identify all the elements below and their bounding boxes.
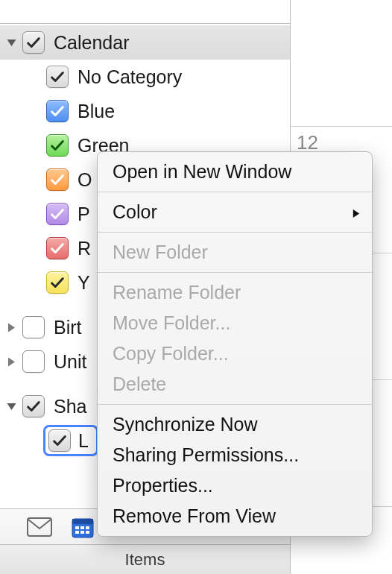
submenu-arrow-icon <box>351 201 361 223</box>
checkbox-no-category[interactable] <box>46 66 69 88</box>
ctx-move-folder: Move Folder... <box>98 308 372 338</box>
ctx-remove-from-view[interactable]: Remove From View <box>98 501 372 532</box>
svg-rect-3 <box>75 526 79 529</box>
status-text: Items <box>125 550 165 570</box>
tree-item-label: Blue <box>78 101 115 122</box>
tree-item-label: No Category <box>78 66 182 88</box>
ctx-copy-folder: Copy Folder... <box>98 338 372 369</box>
sidebar-top <box>0 0 290 24</box>
disclosure-right-icon[interactable] <box>4 355 18 368</box>
svg-rect-0 <box>28 518 51 536</box>
svg-rect-6 <box>75 531 79 534</box>
checkbox-green[interactable] <box>46 134 69 157</box>
tree-item-label: P <box>78 204 90 225</box>
mail-icon[interactable] <box>27 517 52 537</box>
svg-rect-8 <box>86 531 89 534</box>
ctx-color-label: Color <box>113 201 157 222</box>
checkbox-birthdays[interactable] <box>22 316 45 338</box>
svg-rect-2 <box>72 519 93 524</box>
checkbox-red[interactable] <box>46 237 69 259</box>
menu-separator <box>98 272 372 273</box>
tree-group-label: Unit <box>54 351 86 373</box>
ctx-delete: Delete <box>98 369 372 400</box>
status-bar: Items <box>0 544 290 574</box>
checkbox-purple[interactable] <box>46 203 69 225</box>
tree-item-label: O <box>78 169 92 191</box>
checkbox-calendar[interactable] <box>22 31 45 54</box>
svg-rect-5 <box>86 526 89 529</box>
ctx-color[interactable]: Color <box>98 197 372 227</box>
tree-item-label: R <box>78 238 91 259</box>
checkbox-orange[interactable] <box>46 168 69 191</box>
ctx-sharing-permissions[interactable]: Sharing Permissions... <box>98 440 372 470</box>
checkbox-shared-item[interactable] <box>48 429 71 452</box>
ctx-open-new-window[interactable]: Open in New Window <box>98 157 372 187</box>
ctx-properties[interactable]: Properties... <box>98 470 372 501</box>
disclosure-down-icon[interactable] <box>4 36 18 49</box>
disclosure-right-icon[interactable] <box>4 321 18 334</box>
ctx-rename-folder: Rename Folder <box>98 277 372 308</box>
checkbox-yellow[interactable] <box>46 271 69 294</box>
tree-group-label: Sha <box>54 396 86 417</box>
svg-rect-4 <box>80 526 84 529</box>
menu-separator <box>98 404 372 405</box>
tree-group-label: Calendar <box>54 32 129 54</box>
checkbox-united[interactable] <box>22 350 45 373</box>
ctx-new-folder: New Folder <box>98 237 372 268</box>
calendar-icon[interactable] <box>72 516 94 538</box>
menu-separator <box>98 232 372 233</box>
tree-group-calendar[interactable]: Calendar <box>0 25 290 60</box>
context-menu: Open in New Window Color New Folder Rena… <box>97 151 373 537</box>
tree-item-label: L <box>78 430 89 452</box>
disclosure-down-icon[interactable] <box>4 400 18 413</box>
tree-item-label: Y <box>78 272 90 294</box>
tree-item-no-category[interactable]: No Category <box>0 60 290 94</box>
checkbox-blue[interactable] <box>46 100 69 122</box>
menu-separator <box>98 192 372 192</box>
checkbox-shared[interactable] <box>22 395 45 417</box>
tree-item-blue[interactable]: Blue <box>0 94 290 128</box>
day-number: 12 <box>297 131 318 154</box>
day-cell[interactable] <box>291 0 392 127</box>
ctx-sync-now[interactable]: Synchronize Now <box>98 409 372 440</box>
tree-group-label: Birt <box>54 317 82 338</box>
svg-rect-7 <box>80 531 84 534</box>
